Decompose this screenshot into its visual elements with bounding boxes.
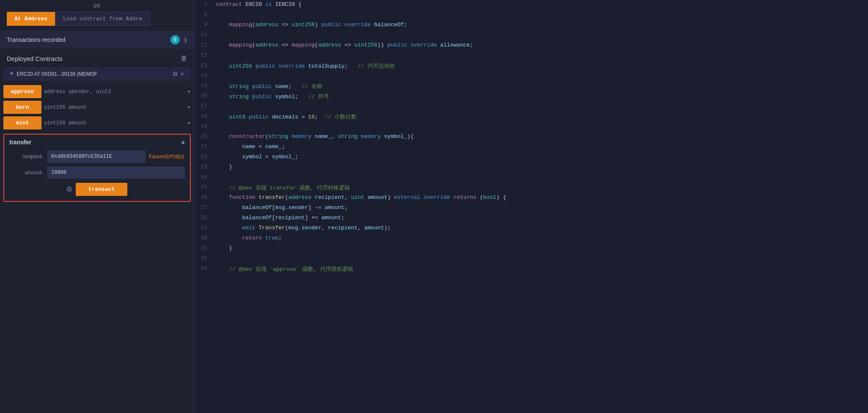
amount-row: amount: xyxy=(9,167,185,179)
fn-row-approve: approve address spender, uint2 ▾ xyxy=(3,85,191,98)
line-number: 29 xyxy=(195,224,216,231)
transact-button[interactable]: transact xyxy=(76,183,127,196)
transactions-row[interactable]: Transactions recorded 9 ❯ xyxy=(0,31,194,49)
tab-row: At Address Load contract from Addre xyxy=(7,12,187,26)
line-number: 17 xyxy=(195,102,216,109)
transactions-label: Transactions recorded xyxy=(7,36,167,43)
line-content xyxy=(216,122,219,129)
line-content: string public symbol; // 符号 xyxy=(216,92,329,100)
code-line: 11 mapping(address => mapping(address =>… xyxy=(195,41,868,51)
recipient-input[interactable] xyxy=(47,151,146,162)
contract-close-icon[interactable]: ✕ xyxy=(181,70,184,77)
line-content: uint256 public override totalSupply; // … xyxy=(216,61,395,70)
line-number: 32 xyxy=(195,254,216,262)
amount-input[interactable] xyxy=(47,167,185,179)
code-line: 13 uint256 public override totalSupply; … xyxy=(195,61,868,71)
code-line: 23 } xyxy=(195,162,868,173)
or-divider: OR xyxy=(0,0,194,12)
code-line: 12 xyxy=(195,51,868,61)
line-number: 11 xyxy=(195,41,216,48)
line-number: 14 xyxy=(195,72,216,79)
line-number: 20 xyxy=(195,132,216,140)
mint-params: uint256 amount xyxy=(44,120,185,126)
load-contract-tab[interactable]: Load contract from Addre xyxy=(55,12,150,26)
code-line: 33 // @dev 实现 `approve` 函数, 代币授权逻辑 xyxy=(195,264,868,274)
contract-copy-icon[interactable]: ⧉ xyxy=(173,71,177,77)
recipient-row: recipient: Faucet合约地址 xyxy=(9,151,185,162)
line-content: mapping(address => uint256) public overr… xyxy=(216,21,407,28)
line-number: 7 xyxy=(195,0,216,8)
line-number: 25 xyxy=(195,183,216,190)
line-number: 31 xyxy=(195,244,216,251)
transactions-badge: 9 xyxy=(170,35,180,44)
code-line: 7contract ERC20 is IERC20 { xyxy=(195,0,868,10)
line-number: 24 xyxy=(195,173,216,180)
line-number: 19 xyxy=(195,122,216,129)
approve-chevron-icon[interactable]: ▾ xyxy=(187,88,191,95)
code-line: 8 xyxy=(195,10,868,20)
code-line: 28 balanceOf[recipient] += amount; xyxy=(195,213,868,223)
deployed-contracts-label: Deployed Contracts xyxy=(7,55,181,62)
line-number: 33 xyxy=(195,264,216,272)
line-content: name = name_; xyxy=(216,143,285,150)
line-content: uint8 public decimals = 18; // 小数位数 xyxy=(216,112,357,121)
mint-button[interactable]: mint xyxy=(3,116,41,129)
code-line: 19 xyxy=(195,122,868,132)
line-content xyxy=(216,173,219,180)
approve-button[interactable]: approve xyxy=(3,85,41,98)
line-content xyxy=(216,11,219,18)
code-line: 10 xyxy=(195,30,868,41)
line-number: 15 xyxy=(195,82,216,89)
transfer-chevron-icon[interactable]: ▲ xyxy=(181,139,185,146)
mint-chevron-icon[interactable]: ▾ xyxy=(187,119,191,127)
code-line: 17 xyxy=(195,102,868,112)
contract-name: ERC20 AT 0XD91...39138 (MEMOF xyxy=(16,71,173,77)
line-content: balanceOf[recipient] += amount; xyxy=(216,214,344,221)
code-line: 26 function transfer(address recipient, … xyxy=(195,193,868,203)
recipient-label: recipient: xyxy=(9,154,43,160)
code-line: 25 // @dev 实现`transfer`函数, 代币转账逻辑 xyxy=(195,183,868,193)
line-number: 22 xyxy=(195,153,216,160)
code-line: 15 string public name; // 名称 xyxy=(195,81,868,91)
line-content xyxy=(216,31,219,38)
amount-label: amount: xyxy=(9,170,43,176)
code-area: 7contract ERC20 is IERC20 {8 9 mapping(a… xyxy=(195,0,868,274)
code-editor: 7contract ERC20 is IERC20 {8 9 mapping(a… xyxy=(195,0,868,413)
line-content: } xyxy=(216,244,232,251)
approve-params: address spender, uint2 xyxy=(44,89,185,95)
line-content: // @dev 实现`transfer`函数, 代币转账逻辑 xyxy=(216,183,350,192)
line-number: 27 xyxy=(195,204,216,211)
burn-button[interactable]: burn xyxy=(3,101,41,114)
fn-row-burn: burn uint256 amount ▾ xyxy=(3,101,191,114)
code-line: 30 return true; xyxy=(195,234,868,244)
line-number: 8 xyxy=(195,11,216,18)
line-content: contract ERC20 is IERC20 { xyxy=(216,0,302,8)
line-number: 26 xyxy=(195,193,216,201)
code-line: 9 mapping(address => uint256) public ove… xyxy=(195,20,868,30)
code-line: 18 uint8 public decimals = 18; // 小数位数 xyxy=(195,112,868,122)
line-content: function transfer(address recipient, uin… xyxy=(216,193,506,201)
line-content xyxy=(216,254,219,262)
code-line: 27 balanceOf[msg.sender] -= amount; xyxy=(195,203,868,213)
line-content: emit Transfer(msg.sender, recipient, amo… xyxy=(216,224,391,231)
at-address-tab[interactable]: At Address xyxy=(7,12,55,26)
transact-row: ⧉ transact xyxy=(9,183,185,196)
code-line: 32 xyxy=(195,254,868,264)
burn-chevron-icon[interactable]: ▾ xyxy=(187,104,191,111)
line-content: // @dev 实现 `approve` 函数, 代币授权逻辑 xyxy=(216,264,353,273)
code-line: 21 name = name_; xyxy=(195,142,868,152)
line-number: 23 xyxy=(195,163,216,170)
transfer-title: transfer xyxy=(9,139,181,146)
code-line: 31 } xyxy=(195,244,868,254)
trash-icon[interactable]: 🗑 xyxy=(181,55,187,63)
line-content xyxy=(216,102,219,109)
line-number: 16 xyxy=(195,92,216,99)
line-content: } xyxy=(216,163,232,170)
code-line: 22 symbol = symbol_; xyxy=(195,152,868,162)
transfer-expanded-section: transfer ▲ recipient: Faucet合约地址 amount:… xyxy=(3,134,191,202)
line-number: 30 xyxy=(195,234,216,241)
code-line: 24 xyxy=(195,173,868,183)
transact-copy-icon[interactable]: ⧉ xyxy=(67,185,71,193)
line-number: 13 xyxy=(195,61,216,69)
fn-row-mint: mint uint256 amount ▾ xyxy=(3,116,191,129)
